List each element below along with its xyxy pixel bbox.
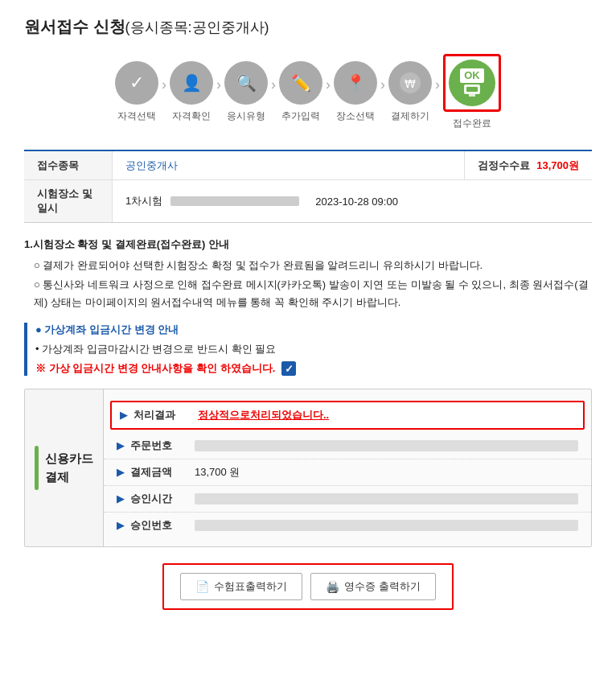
exam-place-text: 1차시험 xyxy=(125,194,162,208)
step-6-circle: ₩ xyxy=(388,61,432,105)
arrow-5: › xyxy=(380,76,385,108)
step-4-circle: ✏️ xyxy=(279,61,322,105)
cr-value-0: 정상적으로처리되었습니다.. xyxy=(198,408,575,422)
step-7: OK 접수완료 xyxy=(443,54,501,130)
title-sub: (응시종목:공인중개사) xyxy=(125,19,269,35)
confirm-line: ※ 가상 입금시간 변경 안내사항을 확인 하였습니다. ✓ xyxy=(35,361,592,376)
va-list: 가상계좌 입금마감시간 변경으로 반드시 확인 필요 xyxy=(35,342,592,356)
step-3: 🔍 응시유형 xyxy=(224,61,268,123)
cr-value-1 xyxy=(195,440,578,451)
info-row-receipt: 접수종목 공인중개사 검정수수료 13,700원 xyxy=(24,151,592,180)
cr-row-4: ▶ 승인번호 xyxy=(104,513,591,538)
card-result-rows: ▶ 처리결과 정상적으로처리되었습니다.. ▶ 주문번호 ▶ 결제금액 13,7… xyxy=(104,389,591,546)
exam-place-label: 시험장소 및 일시 xyxy=(24,180,113,222)
cr-label-4: 승인번호 xyxy=(130,518,195,533)
cr-value-2: 13,700 원 xyxy=(195,465,578,480)
confirm-checkbox[interactable]: ✓ xyxy=(281,361,296,376)
cr-value-4 xyxy=(195,520,578,531)
cr-arrow-0: ▶ xyxy=(120,410,127,421)
cr-row-0: ▶ 처리결과 정상적으로처리되었습니다.. xyxy=(110,401,585,430)
step-5-label: 장소선택 xyxy=(336,109,375,123)
card-title-line2: 결제 xyxy=(45,468,93,487)
svg-rect-3 xyxy=(466,87,478,92)
step-6-label: 결제하기 xyxy=(391,109,429,123)
cr-arrow-1: ▶ xyxy=(117,440,124,451)
step-7-circle: OK xyxy=(449,60,495,106)
svg-text:₩: ₩ xyxy=(405,77,416,90)
print-schedule-label: 수험표출력하기 xyxy=(214,579,287,594)
fee-divider: 검정수수료 13,700원 xyxy=(464,151,592,179)
va-item-1-text: 가상계좌 입금마감시간 변경으로 반드시 확인 필요 xyxy=(42,343,276,355)
step-7-active-box: OK xyxy=(443,54,501,112)
notice-item-2: 통신사와 네트워크 사정으로 인해 접수완료 메시지(카카오톡) 발송이 지연 … xyxy=(34,276,592,311)
step-4: ✏️ 추가입력 xyxy=(279,61,322,123)
receipt-label: 접수종목 xyxy=(24,151,113,179)
step-1: ✓ 자격선택 xyxy=(115,61,158,123)
cr-arrow-3: ▶ xyxy=(117,493,124,505)
exam-date: 2023-10-28 09:00 xyxy=(315,196,398,208)
va-item-1: 가상계좌 입금마감시간 변경으로 반드시 확인 필요 xyxy=(35,342,592,356)
step-1-label: 자격선택 xyxy=(117,109,156,123)
step-1-circle: ✓ xyxy=(115,61,158,105)
step-3-circle: 🔍 xyxy=(224,61,268,105)
print-receipt-button[interactable]: 🖨️ 영수증 출력하기 xyxy=(310,573,436,600)
card-result-container: 신용카드 결제 ▶ 처리결과 정상적으로처리되었습니다.. ▶ 주문번호 ▶ 결… xyxy=(24,389,592,547)
cr-row-2: ▶ 결제금액 13,700 원 xyxy=(104,459,591,486)
step-5: 📍 장소선택 xyxy=(334,61,377,123)
notice-list: 결제가 완료되어야 선택한 시험장소 확정 및 접수가 완료됨을 알려드리니 유… xyxy=(24,257,592,311)
green-bar xyxy=(35,446,39,490)
step-5-circle: 📍 xyxy=(334,61,377,105)
print-schedule-icon: 📄 xyxy=(195,580,209,593)
exam-place-value: 1차시험 2023-10-28 09:00 xyxy=(113,180,592,222)
cr-row-1: ▶ 주문번호 xyxy=(104,433,591,459)
fee-label: 검정수수료 xyxy=(478,159,530,173)
print-receipt-label: 영수증 출력하기 xyxy=(344,579,421,594)
step-2-label: 자격확인 xyxy=(172,109,211,123)
notice-title: 1.시험장소 확정 및 결제완료(접수완료) 안내 xyxy=(24,236,592,253)
steps-container: ✓ 자격선택 › 👤 자격확인 › 🔍 응시유형 › ✏️ 추가입력 › 📍 장… xyxy=(24,54,592,130)
cr-label-0: 처리결과 xyxy=(133,408,198,422)
exam-place-blurred xyxy=(170,196,299,206)
print-receipt-icon: 🖨️ xyxy=(326,580,339,593)
title-main: 원서접수 신청 xyxy=(24,18,125,35)
cr-arrow-2: ▶ xyxy=(117,467,124,478)
va-notice: ● 가상계좌 입금시간 변경 안내 가상계좌 입금마감시간 변경으로 반드시 확… xyxy=(24,323,592,376)
card-title-line1: 신용카드 xyxy=(45,450,93,468)
card-left-wrapper: 신용카드 결제 xyxy=(25,389,104,546)
arrow-4: › xyxy=(326,76,331,108)
print-schedule-button[interactable]: 📄 수험표출력하기 xyxy=(180,573,302,600)
bottom-buttons-box: 📄 수험표출력하기 🖨️ 영수증 출력하기 xyxy=(162,563,454,610)
page-title: 원서접수 신청(응시종목:공인중개사) xyxy=(24,16,592,38)
step-6: ₩ 결제하기 xyxy=(388,61,432,123)
cr-label-2: 결제금액 xyxy=(130,465,195,480)
arrow-1: › xyxy=(162,76,166,108)
step-4-label: 추가입력 xyxy=(281,109,320,123)
step-3-label: 응시유형 xyxy=(227,109,265,123)
step-7-label: 접수완료 xyxy=(453,117,491,130)
confirm-text: ※ 가상 입금시간 변경 안내사항을 확인 하였습니다. xyxy=(35,361,275,376)
card-title: 신용카드 결제 xyxy=(45,450,93,486)
svg-rect-4 xyxy=(469,94,475,97)
arrow-3: › xyxy=(271,76,276,108)
step-2: 👤 자격확인 xyxy=(170,61,213,123)
fee-value: 13,700원 xyxy=(536,159,579,173)
va-title: ● 가상계좌 입금시간 변경 안내 xyxy=(35,323,592,337)
arrow-6: › xyxy=(435,76,440,108)
notice-item-1: 결제가 완료되어야 선택한 시험장소 확정 및 접수가 완료됨을 알려드리니 유… xyxy=(34,257,592,274)
arrow-2: › xyxy=(216,76,221,108)
cr-label-3: 승인시간 xyxy=(130,492,195,506)
cr-arrow-4: ▶ xyxy=(117,520,124,531)
cr-value-3 xyxy=(195,493,578,505)
notice-section: 1.시험장소 확정 및 결제완료(접수완료) 안내 결제가 완료되어야 선택한 … xyxy=(24,236,592,311)
va-title-text: 가상계좌 입금시간 변경 안내 xyxy=(44,323,179,336)
step-2-circle: 👤 xyxy=(170,61,213,105)
info-table: 접수종목 공인중개사 검정수수료 13,700원 시험장소 및 일시 1차시험 … xyxy=(24,150,592,223)
cr-row-3: ▶ 승인시간 xyxy=(104,486,591,513)
info-row-exam: 시험장소 및 일시 1차시험 2023-10-28 09:00 xyxy=(24,180,592,222)
cr-label-1: 주문번호 xyxy=(130,439,195,453)
receipt-value: 공인중개사 xyxy=(113,151,464,179)
